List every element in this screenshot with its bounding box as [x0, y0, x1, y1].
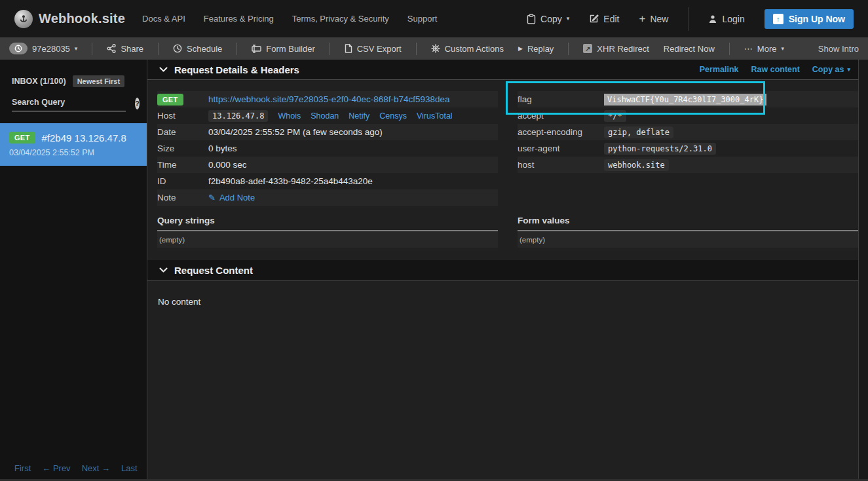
navbar-link[interactable]: Support: [407, 14, 438, 24]
host-lookup-link[interactable]: Censys: [379, 111, 407, 121]
top-navbar: Webhook.site Docs & APIFeatures & Pricin…: [0, 0, 868, 37]
detail-row-label: Time: [157, 160, 208, 170]
chevron-down-icon[interactable]: [159, 67, 168, 73]
request-url-link[interactable]: https://webhook.site/97e28035-e2f0-40ec-…: [208, 94, 450, 104]
schedule-button[interactable]: Schedule: [173, 44, 222, 54]
custom-actions-button[interactable]: Custom Actions: [431, 44, 504, 54]
sign-up-button[interactable]: ↑ Sign Up Now: [764, 9, 854, 29]
header-row: flagVishwaCTF{Y0u_7R4c30lI7_3000_4rK}: [518, 91, 858, 107]
host-lookup-link[interactable]: Shodan: [311, 111, 339, 121]
form-builder-label: Form Builder: [266, 44, 314, 54]
pagination-link[interactable]: Last: [121, 463, 138, 473]
header-row: hostwebhook.site: [518, 157, 858, 173]
header-value: python-requests/2.31.0: [604, 143, 716, 155]
request-list-item[interactable]: GET#f2b49 13.126.47.803/04/2025 2:55:52 …: [0, 123, 147, 166]
inbox-label: INBOX (1/100): [12, 77, 66, 86]
edit-button[interactable]: Edit: [589, 14, 619, 24]
query-strings-empty: (empty): [157, 232, 498, 248]
copy-as-dropdown[interactable]: Copy as ▾: [812, 65, 850, 74]
detail-row-value: 03/04/2025 2:55:52 PM (a few seconds ago…: [208, 127, 383, 137]
show-intro-link[interactable]: Show Intro: [818, 44, 859, 54]
csv-export-button[interactable]: CSV Export: [345, 44, 402, 54]
pagination-link[interactable]: ← Prev: [42, 463, 70, 473]
replay-label: Replay: [527, 44, 554, 54]
pagination-link[interactable]: First: [14, 463, 31, 473]
clock-icon: [173, 44, 182, 53]
form-values-block: Form values (empty): [518, 216, 858, 248]
sort-order-badge[interactable]: Newest First: [73, 75, 124, 87]
copy-as-label: Copy as: [812, 65, 844, 74]
xhr-redirect-label: XHR Redirect: [597, 44, 649, 54]
header-name: user-agent: [518, 144, 604, 153]
form-builder-button[interactable]: Form Builder: [252, 44, 314, 54]
copy-label: Copy: [540, 14, 562, 24]
toolbar-divider: [729, 43, 730, 55]
host-lookup-link[interactable]: Whois: [278, 111, 301, 121]
search-input[interactable]: [12, 95, 126, 111]
host-lookup-link[interactable]: Netify: [349, 111, 369, 121]
plus-icon: +: [639, 13, 645, 24]
right-gutter: [858, 60, 868, 481]
header-name: accept-encoding: [518, 127, 604, 137]
webhook-logo-icon: [14, 10, 33, 28]
no-content-text: No content: [147, 280, 858, 307]
request-headers-table: flagVishwaCTF{Y0u_7R4c30lI7_3000_4rK} ac…: [518, 91, 858, 206]
share-icon: [107, 44, 116, 53]
header-value: */*: [604, 110, 626, 122]
search-help-icon[interactable]: ?: [135, 98, 140, 109]
login-button[interactable]: Login: [708, 14, 744, 24]
more-label: More: [757, 44, 777, 54]
detail-row-value: 0.000 sec: [208, 160, 247, 170]
pagination-link[interactable]: Next →: [82, 463, 110, 473]
user-icon: [708, 14, 717, 24]
clipboard-icon: [527, 14, 536, 24]
permalink-link[interactable]: Permalink: [700, 65, 739, 74]
share-button[interactable]: Share: [107, 44, 143, 54]
method-badge: GET: [157, 94, 183, 106]
edit-label: Edit: [603, 14, 619, 24]
detail-row-value: f2b490a8-adef-433b-9482-25a4b443a20e: [208, 176, 373, 186]
csv-export-label: CSV Export: [357, 44, 402, 54]
ellipsis-icon: ⋯: [744, 44, 753, 54]
navbar-right: Copy ▾ Edit + New Login ↑ Sign Up Now: [507, 7, 854, 31]
request-item-timestamp: 03/04/2025 2:55:52 PM: [9, 148, 138, 157]
brand[interactable]: Webhook.site: [14, 10, 125, 28]
detail-row-value: 0 bytes: [208, 144, 237, 153]
new-label: New: [650, 14, 668, 24]
chevron-down-icon[interactable]: [159, 267, 168, 273]
add-note-link[interactable]: ✎Add Note: [208, 193, 255, 202]
gear-icon: [431, 44, 440, 53]
request-content-header: Request Content: [147, 260, 858, 280]
edit-icon: [589, 14, 599, 24]
detail-row-label: Note: [157, 193, 208, 202]
redirect-now-button[interactable]: Redirect Now: [664, 44, 715, 54]
replay-button[interactable]: ▶ Replay: [518, 44, 554, 54]
token-id: 97e28035: [32, 44, 70, 54]
toolbar-divider: [568, 43, 569, 55]
navbar-link[interactable]: Terms, Privacy & Security: [292, 14, 389, 24]
form-values-title: Form values: [518, 216, 858, 231]
custom-actions-label: Custom Actions: [445, 44, 504, 54]
new-button[interactable]: + New: [639, 13, 668, 24]
xhr-redirect-button[interactable]: ↗ XHR Redirect: [583, 44, 649, 54]
sign-up-label: Sign Up Now: [789, 14, 845, 24]
detail-row: Host13.126.47.8WhoisShodanNetifyCensysVi…: [157, 107, 498, 124]
requests-sidebar: INBOX (1/100) Newest First ? GET#f2b49 1…: [0, 60, 147, 481]
copy-dropdown[interactable]: Copy ▾: [527, 14, 569, 24]
url-row: GET https://webhook.site/97e28035-e2f0-4…: [157, 91, 498, 107]
token-dropdown[interactable]: 97e28035 ▾: [9, 43, 77, 54]
header-value: webhook.site: [604, 159, 669, 171]
more-dropdown[interactable]: ⋯ More ▾: [744, 44, 784, 54]
host-lookup-link[interactable]: VirusTotal: [417, 111, 453, 121]
host-lookup-links: WhoisShodanNetifyCensysVirusTotal: [268, 111, 452, 121]
request-details-table: GET https://webhook.site/97e28035-e2f0-4…: [157, 91, 498, 206]
detail-row-label: ID: [157, 176, 208, 186]
raw-content-link[interactable]: Raw content: [751, 65, 800, 74]
request-item-line1: GET#f2b49 13.126.47.8: [9, 132, 138, 144]
request-details-header: Request Details & Headers Permalink Raw …: [147, 60, 858, 80]
upload-icon: ↑: [773, 14, 783, 24]
method-badge: GET: [9, 132, 35, 144]
navbar-link[interactable]: Docs & API: [142, 14, 185, 24]
navbar-link[interactable]: Features & Pricing: [204, 14, 274, 24]
schedule-label: Schedule: [187, 44, 222, 54]
